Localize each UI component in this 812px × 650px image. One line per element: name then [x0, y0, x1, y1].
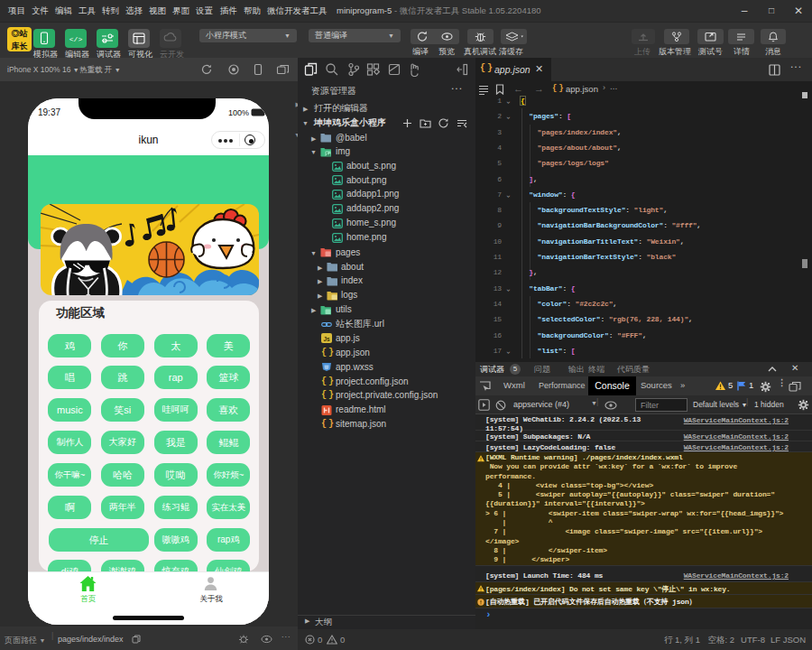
svg-text:</>: </>	[69, 35, 83, 43]
svg-text:Js: Js	[323, 336, 330, 342]
